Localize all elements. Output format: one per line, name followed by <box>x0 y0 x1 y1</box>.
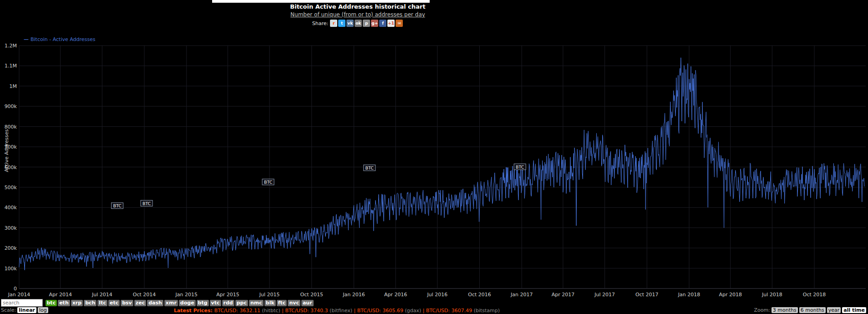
coin-xmr-button[interactable]: xmr <box>164 300 178 306</box>
coin-zec-button[interactable]: zec <box>134 300 146 306</box>
price-hitbtc: BTC/USD: 3632.11 <box>214 308 260 314</box>
coin-ftc-button[interactable]: ftc <box>277 300 287 306</box>
zoom-year-button[interactable]: year <box>827 307 841 313</box>
share-odnoklassniki-icon[interactable]: ok <box>355 20 362 27</box>
event-flag-label-btc: BTC <box>113 203 122 208</box>
x-tick-Jul-2016: Jul 2016 <box>426 292 447 298</box>
coin-xrp-button[interactable]: xrp <box>71 300 83 306</box>
chart-canvas: 0100k200k300k400k500k600k700k800k900k1M1… <box>0 0 868 314</box>
share-email-icon[interactable]: ✉ <box>396 20 403 27</box>
y-tick-0: 0 <box>14 286 17 292</box>
x-tick-Jan-2018: Jan 2018 <box>678 292 700 298</box>
coin-nvc-button[interactable]: nvc <box>288 300 300 306</box>
x-tick-Apr-2016: Apr 2016 <box>384 292 407 298</box>
zoom-buttons: 3 months6 monthsyearall time <box>770 307 866 313</box>
y-tick-1.2M: 1.2M <box>5 43 17 49</box>
chart-subtitle: Number of unique (from or to) addresses … <box>0 11 716 18</box>
y-tick-100k: 100k <box>5 266 17 272</box>
y-tick-400k: 400k <box>5 205 17 211</box>
exchange-name-bitfinex: (bitfinex) <box>328 308 352 314</box>
share-google-plus-icon[interactable]: g+ <box>371 20 378 27</box>
coin-ltc-button[interactable]: ltc <box>97 300 107 306</box>
share-pinterest-icon[interactable]: p <box>363 20 370 27</box>
coin-bsv-button[interactable]: bsv <box>121 300 133 306</box>
coin-etc-button[interactable]: etc <box>108 300 120 306</box>
event-flag-label-btc: BTC <box>142 201 151 206</box>
x-tick-Jul-2018: Jul 2018 <box>761 292 782 298</box>
coin-aur-button[interactable]: aur <box>301 300 314 306</box>
share-reddit-icon[interactable]: r <box>330 20 337 27</box>
exchange-name-gdax: (gdax) <box>403 308 421 314</box>
coin-eth-button[interactable]: eth <box>58 300 70 306</box>
coin-buttons: btcethxrpbchltcetcbsvzecdashxmrdogebtgvt… <box>45 300 314 306</box>
event-flag-label-btc: BTC <box>516 165 524 170</box>
latest-prices: Latest Prices: BTC/USD: 3632.11 (hitbtc)… <box>0 308 674 314</box>
x-tick-Oct-2018: Oct 2018 <box>803 292 826 298</box>
share-row: Share:rtvkokpg+f+1✉ <box>0 20 716 27</box>
chart-axis-labels: 0100k200k300k400k500k600k700k800k900k1M1… <box>5 43 826 298</box>
price-bitfinex: BTC/USD: 3740.3 <box>285 308 328 314</box>
coin-rdd-button[interactable]: rdd <box>222 300 234 306</box>
x-tick-Oct-2016: Oct 2016 <box>468 292 491 298</box>
legend-line-swatch: — <box>24 36 29 42</box>
share-google-plus-one-icon[interactable]: +1 <box>387 20 395 27</box>
x-tick-Jan-2014: Jan 2014 <box>8 292 30 298</box>
x-tick-Apr-2017: Apr 2017 <box>552 292 575 298</box>
share-icons: rtvkokpg+f+1✉ <box>330 20 403 26</box>
series-line-bitcoin-active-addresses <box>19 58 864 270</box>
y-tick-1M: 1M <box>10 83 17 89</box>
coin-list-row: btcethxrpbchltcetcbsvzecdashxmrdogebtgvt… <box>1 299 314 307</box>
zoom-label: Zoom: <box>754 307 770 313</box>
x-tick-Oct-2015: Oct 2015 <box>300 292 324 298</box>
coin-doge-button[interactable]: doge <box>179 300 196 306</box>
coin-blk-button[interactable]: blk <box>264 300 276 306</box>
search-input[interactable] <box>1 299 43 307</box>
coin-btc-button[interactable]: btc <box>46 300 57 306</box>
chart-gridlines <box>19 46 866 288</box>
x-tick-Jan-2016: Jan 2016 <box>342 292 365 298</box>
zoom-control: Zoom:3 months6 monthsyearall time <box>754 307 866 313</box>
x-tick-Apr-2015: Apr 2015 <box>216 292 239 298</box>
y-tick-500k: 500k <box>5 185 17 190</box>
event-flag-label-btc: BTC <box>264 180 273 185</box>
legend[interactable]: —Bitcoin - Active Addresses <box>24 36 96 42</box>
price-separator: | <box>352 308 357 314</box>
price-bitstamp: BTC/USD: 3607.49 <box>426 308 472 314</box>
coin-btg-button[interactable]: btg <box>197 300 209 306</box>
x-tick-Jan-2015: Jan 2015 <box>175 292 198 298</box>
share-vk-icon[interactable]: vk <box>346 20 354 27</box>
chart-series <box>19 58 864 270</box>
x-tick-Apr-2018: Apr 2018 <box>719 292 742 298</box>
share-twitter-icon[interactable]: t <box>338 20 345 27</box>
exchange-name-bitstamp: (bitstamp) <box>472 308 500 314</box>
status-bar: Scale:linearlog Latest Prices: BTC/USD: … <box>0 307 868 314</box>
x-tick-Jul-2017: Jul 2017 <box>594 292 615 298</box>
y-tick-300k: 300k <box>5 225 17 231</box>
price-separator: | <box>280 308 285 314</box>
exchange-name-hitbtc: (hitbtc) <box>260 308 280 314</box>
x-tick-Oct-2014: Oct 2014 <box>133 292 156 298</box>
x-tick-Apr-2014: Apr 2014 <box>49 292 72 298</box>
zoom-all-time-button[interactable]: all time <box>842 307 866 313</box>
x-tick-Jul-2014: Jul 2014 <box>91 292 112 298</box>
y-tick-1.1M: 1.1M <box>5 63 17 69</box>
coin-ppc-button[interactable]: ppc <box>235 300 248 306</box>
top-white-strip <box>212 0 430 3</box>
coin-nmc-button[interactable]: nmc <box>249 300 264 306</box>
coin-dash-button[interactable]: dash <box>147 300 163 306</box>
price-gdax: BTC/USD: 3605.69 <box>357 308 403 314</box>
legend-label: Bitcoin - Active Addresses <box>30 36 96 42</box>
x-tick-Jan-2017: Jan 2017 <box>510 292 533 298</box>
price-separator: | <box>421 308 426 314</box>
zoom-3-months-button[interactable]: 3 months <box>772 307 798 313</box>
event-flag-label-btc: BTC <box>365 165 374 170</box>
share-facebook-icon[interactable]: f <box>379 20 386 27</box>
page-title: Bitcoin Active Addresses historical char… <box>0 3 716 10</box>
x-tick-Jul-2015: Jul 2015 <box>259 292 280 298</box>
y-tick-900k: 900k <box>5 103 17 109</box>
x-tick-Oct-2017: Oct 2017 <box>635 292 659 298</box>
zoom-6-months-button[interactable]: 6 months <box>799 307 826 313</box>
coin-bch-button[interactable]: bch <box>84 300 96 306</box>
coin-vtc-button[interactable]: vtc <box>210 300 221 306</box>
latest-prices-label: Latest Prices: <box>174 308 214 314</box>
